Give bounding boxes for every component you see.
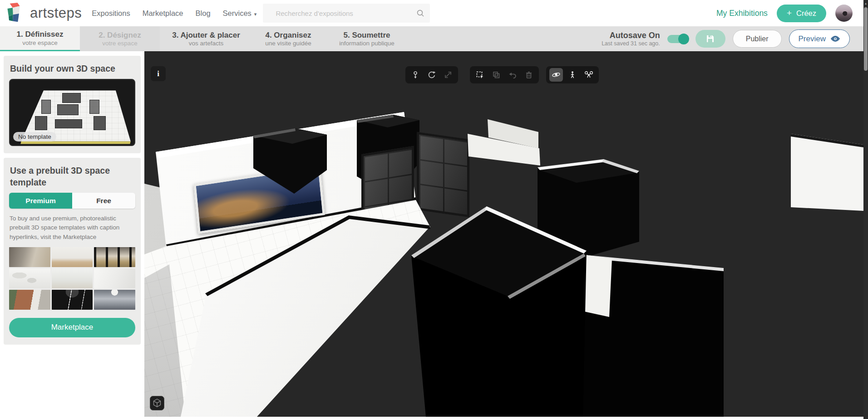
premium-description: To buy and use premium, photorealistic p… <box>10 214 135 242</box>
search-input[interactable] <box>263 4 430 23</box>
step-tab-2-designez[interactable]: 2. Désignez votre espace <box>80 26 160 51</box>
tab-free[interactable]: Free <box>72 193 135 209</box>
no-template-thumbnail[interactable]: No template <box>9 79 135 146</box>
step-title: 2. Désignez <box>99 30 141 40</box>
scrollbar-thumb[interactable] <box>864 7 868 71</box>
chevron-down-icon: ▾ <box>254 11 257 17</box>
cube-view-button[interactable] <box>150 396 164 410</box>
template-tabs: Premium Free <box>9 193 135 209</box>
vertical-scrollbar[interactable]: ▲ <box>863 0 868 419</box>
orbit-view-icon[interactable] <box>549 68 563 82</box>
no-template-label: No template <box>13 132 56 141</box>
step-tab-1-definissez[interactable]: 1. Définissez votre espace <box>0 26 80 51</box>
info-button[interactable]: i <box>151 66 166 81</box>
marquee-select-icon[interactable] <box>473 68 487 82</box>
step-tab-4-organisez[interactable]: 4. Organisez une visite guidée <box>252 26 324 51</box>
save-icon <box>706 34 715 43</box>
step-tab-3-ajouter-placer[interactable]: 3. Ajouter & placer vos artefacts <box>160 26 252 51</box>
toggle-knob <box>678 34 689 44</box>
preview-label: Preview <box>799 34 826 44</box>
transform-tool-group <box>405 66 458 83</box>
primary-nav: Expositions Marketplace Blog Services▾ <box>92 9 256 18</box>
artsteps-logo-icon <box>5 3 25 24</box>
nav-link-marketplace[interactable]: Marketplace <box>143 9 183 18</box>
view-mode-group <box>546 66 599 83</box>
step-title: 5. Soumettre <box>344 30 390 40</box>
cube-icon <box>153 399 161 408</box>
preview-button[interactable]: Preview <box>789 29 850 48</box>
steps-bar-actions: Autosave On Last saved 31 sec ago. Publi… <box>602 26 863 51</box>
template-grid <box>9 247 135 310</box>
left-sidebar: Build your own 3D space No template Use … <box>0 51 144 419</box>
build-own-heading: Build your own 3D space <box>10 63 134 74</box>
nav-link-services[interactable]: Services▾ <box>223 9 257 18</box>
viewport-toolbar <box>144 66 863 83</box>
artsteps-editor-page: artsteps Expositions Marketplace Blog Se… <box>0 0 868 419</box>
template-thumbnail-1[interactable] <box>9 247 50 267</box>
template-thumbnail-6[interactable] <box>94 268 135 288</box>
nav-link-expositions[interactable]: Expositions <box>92 9 130 18</box>
step-subtitle: votre espace <box>22 39 57 47</box>
move-tool-icon[interactable] <box>409 68 422 82</box>
marketplace-button[interactable]: Marketplace <box>9 318 135 337</box>
search-icon <box>416 9 424 17</box>
walk-view-icon[interactable] <box>566 68 579 82</box>
trash-icon[interactable] <box>522 68 536 82</box>
step-title: 4. Organisez <box>265 30 311 40</box>
autosave-toggle[interactable] <box>667 35 688 43</box>
create-button[interactable]: + Créez <box>777 5 826 22</box>
template-thumbnail-8[interactable] <box>52 290 93 310</box>
user-avatar[interactable] <box>835 5 853 22</box>
navbar-right: My Exhibitions + Créez <box>716 5 853 22</box>
template-thumbnail-3[interactable] <box>94 247 135 267</box>
bottom-strip <box>0 417 868 419</box>
scene-glass-partition-2 <box>417 132 469 217</box>
services-label: Services <box>223 9 252 17</box>
steps-bar: 1. Définissez votre espace 2. Désignez v… <box>0 26 863 51</box>
save-button[interactable] <box>695 30 725 48</box>
template-thumbnail-2[interactable] <box>52 247 93 267</box>
step-subtitle: information publique <box>339 40 395 47</box>
template-thumbnail-9[interactable] <box>94 290 135 310</box>
create-label: Créez <box>796 9 816 18</box>
plus-icon: + <box>787 8 792 18</box>
viewport-3d-canvas[interactable]: i <box>144 51 863 417</box>
logo-text: artsteps <box>30 5 82 21</box>
scale-tool-icon[interactable] <box>441 68 455 82</box>
duplicate-icon[interactable] <box>489 68 503 82</box>
logo[interactable]: artsteps <box>5 3 82 24</box>
last-saved-text: Last saved 31 sec ago. <box>602 40 660 47</box>
publish-button[interactable]: Publier <box>733 30 782 48</box>
eye-icon <box>830 35 840 42</box>
top-navbar: artsteps Expositions Marketplace Blog Se… <box>0 0 863 26</box>
template-thumbnail-4[interactable] <box>9 268 50 288</box>
edit-tool-group <box>470 66 539 83</box>
step-tab-5-soumettre[interactable]: 5. Soumettre information publique <box>324 26 409 51</box>
undo-icon[interactable] <box>506 68 519 82</box>
build-own-card: Build your own 3D space No template <box>4 56 141 153</box>
step-title: 3. Ajouter & placer <box>172 30 240 40</box>
drone-view-icon[interactable] <box>582 68 596 82</box>
step-subtitle: vos artefacts <box>189 40 224 47</box>
nav-link-blog[interactable]: Blog <box>196 9 211 18</box>
autosave-status: Autosave On Last saved 31 sec ago. <box>602 31 660 47</box>
template-thumbnail-5[interactable] <box>52 268 93 288</box>
step-title: 1. Définissez <box>17 29 64 39</box>
tab-premium[interactable]: Premium <box>9 193 72 209</box>
prebuilt-heading: Use a prebuilt 3D space template <box>10 165 134 188</box>
template-thumbnail-7[interactable] <box>9 290 50 310</box>
prebuilt-templates-card: Use a prebuilt 3D space template Premium… <box>4 158 141 344</box>
step-subtitle: votre espace <box>102 40 137 47</box>
search-box <box>263 4 430 23</box>
autosave-label: Autosave On <box>602 31 660 40</box>
step-subtitle: une visite guidée <box>265 40 311 47</box>
rotate-tool-icon[interactable] <box>425 68 439 82</box>
scrollbar-up-arrow[interactable]: ▲ <box>863 0 868 5</box>
my-exhibitions-link[interactable]: My Exhibitions <box>716 9 768 18</box>
